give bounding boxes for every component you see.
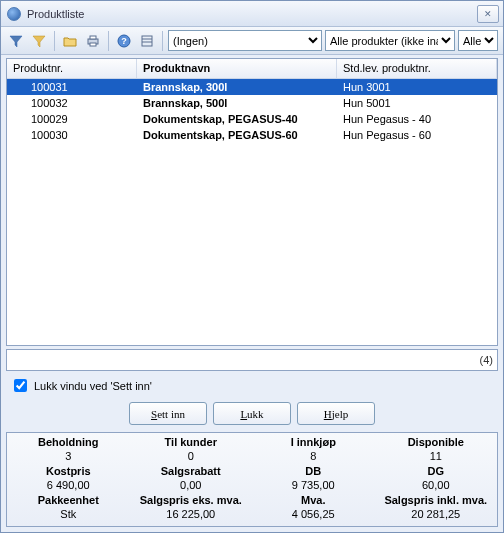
cell: 100031 bbox=[7, 79, 137, 95]
close-on-insert-row: Lukk vindu ved 'Sett inn' bbox=[6, 374, 498, 397]
folder-icon[interactable] bbox=[60, 31, 80, 51]
hjelp-button[interactable]: Hjelp bbox=[297, 402, 375, 425]
detail-value: 11 bbox=[375, 449, 498, 464]
help-icon[interactable]: ? bbox=[114, 31, 134, 51]
cell: Dokumentskap, PEGASUS-40 bbox=[137, 111, 337, 127]
detail-label: I innkjøp bbox=[252, 435, 375, 449]
detail-value: 6 490,00 bbox=[7, 478, 130, 493]
detail-value: 9 735,00 bbox=[252, 478, 375, 493]
separator bbox=[54, 31, 55, 51]
cell: Dokumentskap, PEGASUS-60 bbox=[137, 127, 337, 143]
detail-value: 16 225,00 bbox=[130, 507, 253, 522]
record-count: (4) bbox=[480, 354, 493, 366]
content-area: Produktnr. Produktnavn Std.lev. produktn… bbox=[1, 55, 503, 532]
detail-value: 60,00 bbox=[375, 478, 498, 493]
detail-value: Stk bbox=[7, 507, 130, 522]
column-header-produktnavn[interactable]: Produktnavn bbox=[137, 59, 337, 78]
close-on-insert-checkbox[interactable] bbox=[14, 379, 27, 392]
window: Produktliste ✕ ? (Ingen) Alle prod bbox=[0, 0, 504, 533]
button-row: Sett inn Lukk Hjelp bbox=[6, 400, 498, 429]
detail-label: Mva. bbox=[252, 493, 375, 507]
cell: Hun 3001 bbox=[337, 79, 497, 95]
sett-inn-button[interactable]: Sett inn bbox=[129, 402, 207, 425]
cell: Hun Pegasus - 60 bbox=[337, 127, 497, 143]
cell: Hun 5001 bbox=[337, 95, 497, 111]
cell: 100032 bbox=[7, 95, 137, 111]
cell: Brannskap, 300l bbox=[137, 79, 337, 95]
close-button[interactable]: ✕ bbox=[477, 5, 499, 23]
detail-label: DG bbox=[375, 464, 498, 478]
detail-label: Kostpris bbox=[7, 464, 130, 478]
grid-header: Produktnr. Produktnavn Std.lev. produktn… bbox=[7, 59, 497, 79]
column-header-produktnr[interactable]: Produktnr. bbox=[7, 59, 137, 78]
detail-label: Til kunder bbox=[130, 435, 253, 449]
table-row[interactable]: 100032Brannskap, 500lHun 5001 bbox=[7, 95, 497, 111]
filter-icon[interactable] bbox=[6, 31, 26, 51]
cell: Brannskap, 500l bbox=[137, 95, 337, 111]
cell: 100030 bbox=[7, 127, 137, 143]
toolbar: ? (Ingen) Alle produkter (ikke inaktive)… bbox=[1, 27, 503, 55]
print-icon[interactable] bbox=[83, 31, 103, 51]
detail-label: DB bbox=[252, 464, 375, 478]
detail-label: Pakkeenhet bbox=[7, 493, 130, 507]
column-header-stdlev[interactable]: Std.lev. produktnr. bbox=[337, 59, 497, 78]
filter-clear-icon[interactable] bbox=[29, 31, 49, 51]
detail-label: Salgspris eks. mva. bbox=[130, 493, 253, 507]
details-panel: BeholdningTil kunderI innkjøpDisponible3… bbox=[6, 432, 498, 527]
table-row[interactable]: 100030Dokumentskap, PEGASUS-60Hun Pegasu… bbox=[7, 127, 497, 143]
close-icon: ✕ bbox=[484, 9, 492, 19]
scope-dropdown[interactable]: Alle bbox=[458, 30, 498, 51]
svg-rect-5 bbox=[142, 36, 152, 46]
detail-value: 0,00 bbox=[130, 478, 253, 493]
table-row[interactable]: 100031Brannskap, 300lHun 3001 bbox=[7, 79, 497, 95]
grid-body: 100031Brannskap, 300lHun 3001100032Brann… bbox=[7, 79, 497, 345]
app-icon bbox=[7, 7, 21, 21]
detail-value: 0 bbox=[130, 449, 253, 464]
svg-rect-2 bbox=[90, 43, 96, 46]
detail-label: Salgsrabatt bbox=[130, 464, 253, 478]
svg-rect-1 bbox=[90, 36, 96, 39]
table-row[interactable]: 100029Dokumentskap, PEGASUS-40Hun Pegasu… bbox=[7, 111, 497, 127]
separator bbox=[162, 31, 163, 51]
filter-dropdown[interactable]: Alle produkter (ikke inaktive) bbox=[325, 30, 455, 51]
product-grid: Produktnr. Produktnavn Std.lev. produktn… bbox=[6, 58, 498, 346]
detail-label: Beholdning bbox=[7, 435, 130, 449]
detail-value: 8 bbox=[252, 449, 375, 464]
cell: Hun Pegasus - 40 bbox=[337, 111, 497, 127]
titlebar: Produktliste ✕ bbox=[1, 1, 503, 27]
detail-label: Salgspris inkl. mva. bbox=[375, 493, 498, 507]
detail-value: 20 281,25 bbox=[375, 507, 498, 522]
detail-label: Disponible bbox=[375, 435, 498, 449]
detail-value: 4 056,25 bbox=[252, 507, 375, 522]
lukk-button[interactable]: Lukk bbox=[213, 402, 291, 425]
close-on-insert-label: Lukk vindu ved 'Sett inn' bbox=[34, 380, 152, 392]
cell: 100029 bbox=[7, 111, 137, 127]
search-input[interactable] bbox=[11, 353, 480, 367]
detail-value: 3 bbox=[7, 449, 130, 464]
group-dropdown[interactable]: (Ingen) bbox=[168, 30, 322, 51]
separator bbox=[108, 31, 109, 51]
window-title: Produktliste bbox=[27, 8, 477, 20]
search-box: (4) bbox=[6, 349, 498, 371]
settings-icon[interactable] bbox=[137, 31, 157, 51]
svg-text:?: ? bbox=[121, 36, 127, 46]
